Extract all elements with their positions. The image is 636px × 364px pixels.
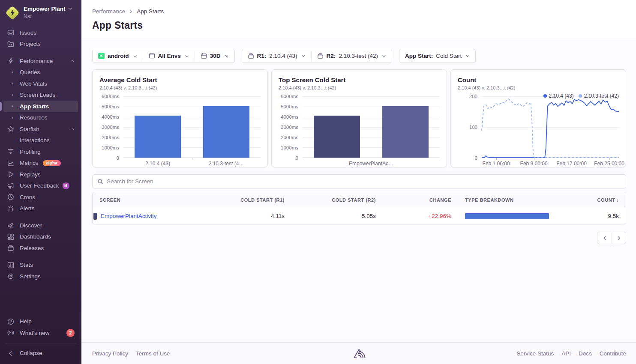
next-page-button[interactable] (612, 232, 626, 244)
sidebar-item-settings[interactable]: Settings (3, 271, 78, 282)
release2-prefix: R2: (327, 53, 336, 59)
legend-label: 2.10.3-test (42) (584, 93, 619, 99)
environment-filter[interactable]: All Envs (143, 49, 195, 63)
x-category-label: 2.10.4 (43) (145, 161, 170, 167)
org-logo-icon (5, 6, 20, 20)
column-header-cold-start-r2[interactable]: COLD START (R2) (291, 197, 383, 203)
x-time-label: Feb 9 00:00 (520, 161, 548, 167)
chart-card-average-cold-start: Average Cold Start2.10.4 (43) v. 2.10.3…… (92, 69, 268, 167)
legend-item-2-10-4-43[interactable]: 2.10.4 (43) (543, 93, 574, 99)
x-category-label: EmpowerPlantAc… (349, 161, 393, 167)
prev-page-button[interactable] (597, 232, 612, 244)
cold-start-r2-cell: 5.05s (291, 213, 383, 219)
sidebar-item-issues[interactable]: Issues (3, 27, 78, 39)
docs-link[interactable]: Docs (579, 350, 592, 357)
sidebar-item-label: Help (20, 318, 32, 325)
y-tick-label: 200 (469, 94, 477, 99)
sidebar-item-what-s-new[interactable]: What's new2 (3, 327, 78, 339)
sidebar-item-metrics[interactable]: Metricsalpha (3, 158, 78, 169)
sidebar-item-label: Resources (20, 114, 48, 121)
sidebar-item-screen-loads[interactable]: Screen Loads (3, 90, 78, 101)
x-time-label: Feb 25 00:00 (594, 161, 624, 167)
org-switcher[interactable]: Empower Plant Nar (0, 0, 81, 24)
sidebar-item-label: Crons (20, 194, 35, 200)
column-header-type-breakdown[interactable]: TYPE BREAKDOWN (458, 197, 566, 203)
sidebar-item-crons[interactable]: Crons (3, 191, 78, 203)
what-s-new-badge: 2 (66, 329, 75, 337)
crons-icon (7, 194, 15, 200)
chart-bar (314, 116, 360, 158)
sidebar-item-alerts[interactable]: Alerts (3, 203, 78, 215)
starfish-icon (7, 125, 15, 132)
row-marker (93, 213, 97, 220)
release1-filter[interactable]: R1: 2.10.4 (43) (242, 49, 311, 63)
sidebar-item-profiling[interactable]: Profiling (3, 146, 78, 158)
column-header-change[interactable]: CHANGE (383, 197, 458, 203)
sidebar-item-label: Discover (20, 222, 42, 229)
table-row: EmpowerPlantActivity4.11s5.05s+22.96%9.5… (93, 208, 626, 224)
x-category-label: 2.10.3-test (4… (209, 161, 244, 167)
sidebar-item-user-feedback[interactable]: User FeedbackB (3, 180, 78, 192)
releases-icon (7, 245, 15, 251)
chart-bar (135, 116, 181, 158)
table-body: EmpowerPlantActivity4.11s5.05s+22.96%9.5… (93, 208, 626, 224)
column-header-count[interactable]: COUNT↓ (566, 197, 626, 203)
sidebar-item-starfish[interactable]: Starfish (3, 123, 78, 135)
page-title: App Starts (92, 20, 626, 31)
sort-desc-icon: ↓ (616, 197, 619, 203)
sidebar-item-dashboards[interactable]: Dashboards (3, 231, 78, 243)
sidebar-item-label: Collapse (20, 350, 42, 356)
dashboards-icon (7, 233, 15, 240)
legend-item-2-10-3-test-42[interactable]: 2.10.3-test (42) (579, 93, 619, 99)
y-tick-label: 5000ms (281, 104, 298, 109)
sidebar-item-label: Stats (20, 262, 33, 268)
y-axis: 01000ms2000ms3000ms4000ms5000ms6000ms (99, 96, 121, 158)
api-link[interactable]: API (561, 350, 571, 357)
contribute-link[interactable]: Contribute (600, 350, 626, 357)
whats-new-icon (7, 329, 15, 336)
breadcrumb-performance[interactable]: Performance (92, 8, 125, 15)
breadcrumb-separator-icon (129, 9, 133, 14)
replays-icon (7, 171, 15, 178)
bullet-icon (7, 94, 15, 96)
chart-plot-area: 2.10.4 (43)2.10.3-test (42) (482, 96, 619, 158)
x-axis: 2.10.4 (43)2.10.3-test (4… (123, 158, 261, 167)
sidebar-item-interactions[interactable]: Interactions (3, 135, 78, 146)
sidebar-item-app-starts[interactable]: App Starts (3, 101, 78, 112)
date-range-filter[interactable]: 30D (195, 49, 234, 63)
terms-of-use-link[interactable]: Terms of Use (136, 350, 170, 357)
privacy-policy-link[interactable]: Privacy Policy (92, 350, 128, 357)
sidebar-item-label: App Starts (20, 103, 49, 110)
sidebar-item-web-vitals[interactable]: Web Vitals (3, 78, 78, 90)
sidebar-item-help[interactable]: Help (3, 316, 78, 328)
project-filter[interactable]: android (93, 49, 143, 63)
release2-filter[interactable]: R2: 2.10.3-test (42) (312, 49, 392, 63)
search-input[interactable] (107, 178, 621, 185)
sidebar-item-projects[interactable]: Projects (3, 39, 78, 50)
sidebar-item-discover[interactable]: Discover (3, 220, 78, 231)
app-start-value: Cold Start (436, 53, 462, 59)
sidebar-item-stats[interactable]: Stats (3, 260, 78, 271)
metrics-badge: alpha (43, 160, 61, 167)
app-start-type-filter[interactable]: App Start: Cold Start (399, 49, 475, 63)
performance-icon (7, 57, 15, 64)
breadcrumb-app-starts: App Starts (137, 8, 164, 15)
release-filter-group: R1: 2.10.4 (43) R2: 2.10.3-test (42) (242, 49, 392, 63)
main-content: Performance App Starts App Starts androi… (81, 0, 636, 364)
chevron-down-icon (133, 54, 137, 58)
sidebar-item-collapse[interactable]: Collapse (3, 348, 78, 359)
chevron-down-icon (465, 54, 470, 58)
sidebar-item-releases[interactable]: Releases (3, 242, 78, 254)
release-icon (317, 53, 324, 59)
sidebar-item-resources[interactable]: Resources (3, 112, 78, 124)
service-status-link[interactable]: Service Status (516, 350, 554, 357)
column-header-cold-start-r1[interactable]: COLD START (R1) (199, 197, 291, 203)
sidebar-item-replays[interactable]: Replays (3, 169, 78, 180)
screens-table: SCREEN COLD START (R1) COLD START (R2) C… (92, 192, 626, 224)
pagination (92, 232, 626, 244)
column-header-screen[interactable]: SCREEN (93, 197, 199, 203)
screen-link[interactable]: EmpowerPlantActivity (101, 213, 157, 219)
sidebar-item-queries[interactable]: Queries (3, 67, 78, 78)
user-feedback-icon (7, 182, 15, 189)
sidebar-item-performance[interactable]: Performance (3, 55, 78, 67)
